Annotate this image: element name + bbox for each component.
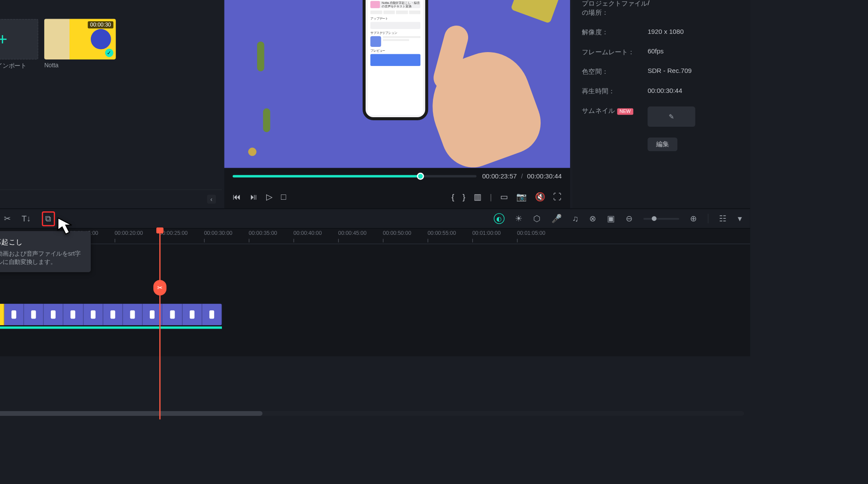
thumbnail-label: サムネイルNEW [582,106,647,127]
compare-icon[interactable]: ▥ [474,192,482,201]
mute-icon[interactable]: 🔇 [535,192,545,201]
video-viewport[interactable]: Notta-自動文字起こし・録音の音声をテキスト変換 アップデート サブスクリプ… [224,0,570,168]
caption-icon: ⧉ [45,214,51,223]
project-path-label: プロジェクトファイルの場所： [582,0,647,17]
ruler-mark: 00:00:50:00 [383,230,411,236]
ruler-mark: 00:01:00:00 [472,230,501,236]
folder-header: フォルダ [0,0,222,14]
import-media-tile[interactable]: + メディアをインポート [0,19,38,70]
media-clip-notta[interactable]: 00:00:30 ✓ Notta [44,19,116,70]
timeline-panel: ⊞ ↖ ↶ ↷ 🗑 ✂ T↓ ⧉ ◐ ☀ ⬡ 🎤 ♫ ⊗ ▣ ⊖ ⊕ ☷ ▾ 自… [0,208,750,356]
track-options-icon[interactable]: ☷ [719,214,727,223]
duration-value: 00:00:30:44 [647,87,682,96]
fullscreen-icon[interactable]: ⛶ [553,192,561,201]
resolution-label: 解像度： [582,28,647,37]
duration-label: 再生時間： [582,87,647,96]
zoom-out-icon[interactable]: ⊖ [626,214,633,223]
text-tool-icon[interactable]: T↓ [22,214,31,223]
voiceover-icon[interactable]: 🎤 [551,214,561,223]
project-path-value: / [647,0,649,17]
display-icon[interactable]: ▭ [500,192,508,201]
total-time: 00:00:30:44 [527,173,562,180]
colorspace-value: SDR - Rec.709 [647,67,692,76]
ruler-mark: 00:00:40:00 [294,230,322,236]
camera-icon[interactable]: 📷 [516,192,526,201]
ruler-mark: 00:00:55:00 [428,230,456,236]
tooltip-description: 音声付き動画および音声ファイルをsrt字幕ファイルに自動変換します。 [0,250,84,266]
horizontal-scrollbar[interactable] [0,411,744,416]
preview-panel: 再生 フル画質▾ 🖼 Notta-自動文字起こし・録音の音声をテキスト変換 アッ… [224,0,570,208]
thumbnail-preview[interactable]: ✎ [647,106,695,127]
track-area[interactable]: ▷Notta [0,244,750,356]
chevron-down-icon[interactable]: ▾ [738,214,742,223]
resolution-value: 1920 x 1080 [647,28,683,37]
media-panel: ▦メディア ◧ストック ♪オーディオ Tタイトル ↻トランジション ✦エフェクト… [0,0,222,208]
play-icon[interactable]: ▷ [266,192,273,201]
timeline-ruler[interactable]: 00:00 00:00:15:00 00:00:20:00 00:00:25:0… [0,229,750,244]
ruler-mark: 00:00:25:00 [159,230,188,236]
zoom-slider[interactable] [644,217,679,219]
current-time: 00:00:23:57 [482,173,517,180]
clip-name: Notta [44,62,116,68]
prev-frame-icon[interactable]: ⏮ [233,192,241,201]
collapse-button[interactable]: ‹ [207,195,216,204]
mark-in-icon[interactable]: { [452,192,454,201]
mark-out-icon[interactable]: } [462,192,465,201]
magnetic-icon[interactable]: ⊗ [589,214,596,223]
media-content: インポート▾ AI画像 ●録画/録音▾ 🔍 ⫧ ⋯ フォルダ + メディアをイン… [0,0,222,208]
zoom-in-icon[interactable]: ⊕ [690,214,697,223]
progress-thumb[interactable] [416,173,423,180]
tooltip-title: 自動字幕起こし [0,237,84,247]
framerate-label: フレームレート： [582,47,647,56]
progress-bar[interactable] [233,175,476,177]
divider: | [490,192,492,201]
ruler-mark: 00:00:35:00 [249,230,277,236]
phone-mockup: Notta-自動文字起こし・録音の音声をテキスト変換 アップデート サブスクリプ… [363,0,428,120]
render-icon[interactable]: ◐ [493,213,504,224]
ruler-mark: 00:00:20:00 [115,230,143,236]
new-badge: NEW [617,108,633,115]
edit-icon: ✎ [669,113,674,121]
edit-button[interactable]: 編集 [647,138,677,151]
auto-caption-button[interactable]: ⧉ [42,211,55,226]
auto-caption-tooltip: 自動字幕起こし 音声付き動画および音声ファイルをsrt字幕ファイルに自動変換しま… [0,231,91,272]
ruler-mark: 00:01:05:00 [517,230,545,236]
ruler-mark: 00:00:45:00 [338,230,366,236]
framerate-value: 60fps [647,47,663,56]
audio-waveform[interactable] [0,326,222,329]
audio-mix-icon[interactable]: ♫ [572,214,578,223]
clip-duration: 00:00:30 [88,21,113,28]
ruler-mark: 00:00:30:00 [204,230,232,236]
check-icon: ✓ [105,49,113,57]
crop-icon[interactable]: ▣ [607,214,615,223]
playhead-cut-icon[interactable]: ✂ [153,280,166,296]
colorspace-label: 色空間： [582,67,647,76]
color-icon[interactable]: ☀ [515,214,523,223]
info-panel: プロジェクト情報 プロジェクト名：タイトルなし プロジェクトファイルの場所：/ … [572,0,750,208]
plus-icon: + [0,30,7,49]
cut-icon[interactable]: ✂ [4,214,11,223]
stop-icon[interactable]: □ [281,192,286,201]
marker-icon[interactable]: ⬡ [533,214,540,223]
timeline-toolbar: ⊞ ↖ ↶ ↷ 🗑 ✂ T↓ ⧉ ◐ ☀ ⬡ 🎤 ♫ ⊗ ▣ ⊖ ⊕ ☷ ▾ [0,208,750,229]
play-pause-icon[interactable]: ⏯ [249,192,257,201]
video-clip-notta[interactable]: ▷Notta [0,304,222,325]
playhead[interactable]: ✂ [159,229,161,419]
media-footer: 🗀 🗀 ‹ [0,189,222,208]
